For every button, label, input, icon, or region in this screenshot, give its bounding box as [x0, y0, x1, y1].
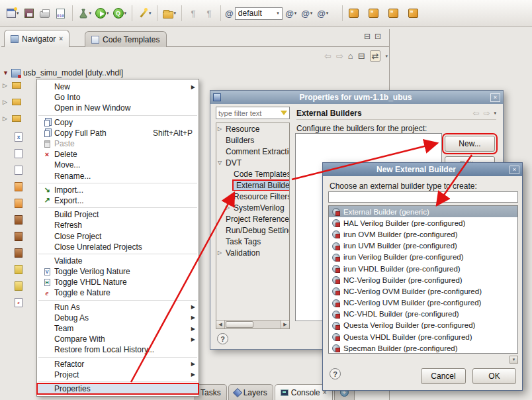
menu-item-project[interactable]: Project▶: [37, 370, 199, 380]
tree-item-external-builders[interactable]: External Builders: [216, 179, 289, 191]
menu-item-refresh[interactable]: Refresh: [37, 220, 199, 230]
expand-icon[interactable]: ▷: [3, 115, 9, 122]
quick-fix-button[interactable]: ▾: [136, 5, 153, 22]
filter-input[interactable]: [216, 109, 281, 117]
new-button[interactable]: New...: [445, 136, 495, 152]
tab-code-templates[interactable]: Code Templates: [85, 31, 167, 47]
expand-icon[interactable]: ▷: [3, 82, 9, 89]
coverage-button[interactable]: Q▾: [112, 5, 128, 22]
menu-item-copy-full-path[interactable]: Copy Full PathShift+Alt+P: [37, 128, 199, 138]
scroll-right-icon[interactable]: ▶: [281, 321, 289, 328]
collapse-all-icon[interactable]: ⊟: [358, 51, 365, 61]
expand-icon[interactable]: ▷: [3, 99, 9, 105]
menu-item-compare-with[interactable]: Compare With▶: [37, 334, 199, 344]
menu-item-restore-from-local-history[interactable]: Restore from Local History...: [37, 344, 199, 355]
tab-tasks[interactable]: Tasks: [195, 384, 227, 400]
tree-row[interactable]: [15, 265, 22, 274]
menu-item-debug-as[interactable]: Debug As▶: [37, 313, 199, 323]
tree-row[interactable]: [15, 215, 22, 225]
builder-option[interactable]: NC-VHDL Builder (pre-configured): [329, 309, 517, 320]
config-button-2[interactable]: @▾: [300, 5, 314, 22]
tree-item-validation[interactable]: ▷Validation: [216, 247, 289, 258]
menu-item-paste[interactable]: Paste: [37, 138, 199, 149]
menu-item-copy[interactable]: Copy: [37, 117, 199, 128]
tree-row[interactable]: [15, 281, 22, 291]
ok-button[interactable]: OK: [472, 368, 516, 384]
expand-icon[interactable]: ▷: [218, 126, 226, 132]
builder-option[interactable]: NC-Verilog OVM Builder (pre-configured): [329, 285, 517, 297]
forward-icon[interactable]: ⇨: [483, 109, 490, 118]
new-builder-dialog-titlebar[interactable]: New External Builder ×: [323, 163, 522, 176]
builder-option[interactable]: NC-Verilog UVM Builder (pre-configured): [329, 297, 517, 309]
tree-row[interactable]: [15, 182, 22, 191]
builder-option[interactable]: irun OVM Builder (pre-configured): [329, 228, 517, 240]
builder-option[interactable]: Questa VHDL Builder (pre-configured): [329, 331, 517, 342]
external-tools-button[interactable]: ▾: [77, 5, 93, 22]
jar-button-2[interactable]: [367, 5, 381, 22]
open-resource-button[interactable]: ▾: [161, 5, 178, 22]
scroll-down-icon[interactable]: ▼: [510, 356, 518, 364]
menu-item-go-into[interactable]: Go Into: [37, 92, 199, 103]
builder-option[interactable]: irun UVM Builder (pre-configured): [329, 240, 517, 252]
menu-item-validate[interactable]: Validate: [37, 256, 199, 266]
properties-dialog-titlebar[interactable]: Properties for uvm-1.1b_ubus ×: [210, 91, 503, 104]
default-config-combo[interactable]: default ▾: [235, 7, 283, 20]
close-button[interactable]: ×: [490, 93, 500, 102]
back-icon[interactable]: ⇦: [472, 109, 479, 118]
show-whitespace-button[interactable]: ¶: [186, 5, 200, 22]
scrollbar-thumb[interactable]: [226, 321, 253, 328]
home-icon[interactable]: ⌂: [348, 51, 353, 61]
chevron-down-icon[interactable]: ▾: [494, 111, 496, 116]
new-wizard-button[interactable]: ▾: [5, 5, 21, 22]
back-icon[interactable]: ⇦: [324, 51, 332, 61]
jar-button-4[interactable]: [406, 5, 421, 22]
tree-item-resource[interactable]: ▷Resource: [216, 123, 289, 134]
maximize-icon[interactable]: ⊡: [375, 32, 381, 41]
horizontal-scrollbar[interactable]: ◀ ▶: [216, 320, 289, 328]
forward-icon[interactable]: ⇨: [336, 51, 343, 61]
tree-item-task-tags[interactable]: Task Tags: [216, 236, 289, 247]
menu-item-new[interactable]: New▶: [37, 81, 199, 92]
tree-row[interactable]: X: [15, 132, 22, 142]
tree-row[interactable]: ▷: [3, 82, 21, 89]
close-button[interactable]: ×: [510, 166, 519, 174]
tab-layers[interactable]: Layers: [228, 384, 273, 400]
tree-row[interactable]: ▷: [3, 115, 21, 122]
tree-item-run-debug-settings[interactable]: Run/Debug Settings: [216, 225, 289, 236]
menu-item-open-in-new-window[interactable]: Open in New Window: [37, 103, 199, 113]
format-button[interactable]: ¶: [202, 5, 216, 22]
tree-row[interactable]: e: [15, 298, 22, 307]
tree-item-dvt[interactable]: ▽DVT: [216, 157, 289, 168]
config-button-3[interactable]: @▾: [316, 5, 330, 22]
menu-item-refactor[interactable]: Refactor▶: [37, 359, 199, 370]
menu-item-team[interactable]: Team▶: [37, 323, 199, 334]
menu-item-close-project[interactable]: Close Project: [37, 230, 199, 241]
expand-icon[interactable]: ▷: [226, 205, 234, 211]
menu-item-toggle-e-nature[interactable]: eToggle e Nature: [37, 287, 199, 298]
tree-item-systemverilog[interactable]: ▷SystemVerilog: [216, 202, 289, 213]
help-button[interactable]: ?: [217, 333, 228, 344]
cancel-button[interactable]: Cancel: [421, 368, 466, 384]
link-with-editor-icon[interactable]: ⇄: [370, 50, 381, 62]
view-menu-icon[interactable]: ▾: [385, 54, 388, 59]
tree-row[interactable]: ▷: [3, 99, 21, 105]
close-icon[interactable]: ×: [59, 35, 63, 42]
builder-option[interactable]: irun VHDL Builder (pre-configured): [329, 263, 517, 274]
run-button[interactable]: ▾: [94, 5, 111, 22]
minimize-icon[interactable]: ⊟: [364, 32, 371, 41]
project-expander-icon[interactable]: ▼: [3, 70, 9, 76]
menu-item-close-unrelated-projects[interactable]: Close Unrelated Projects: [37, 242, 199, 252]
binary-file-button[interactable]: 010: [54, 5, 68, 22]
scroll-left-icon[interactable]: ◀: [216, 321, 225, 328]
menu-item-move[interactable]: Move...: [37, 160, 199, 170]
menu-item-build-project[interactable]: Build Project: [37, 209, 199, 220]
builder-option[interactable]: External Builder (generic): [329, 206, 517, 217]
config-button-1[interactable]: @▾: [284, 5, 298, 22]
menu-item-delete[interactable]: ×Delete: [37, 149, 199, 160]
jar-button-3[interactable]: [386, 5, 401, 22]
builder-option[interactable]: NC-Verilog Builder (pre-configured): [329, 274, 517, 285]
expand-icon[interactable]: ▷: [218, 250, 226, 256]
menu-item-toggle-verilog-nature[interactable]: VToggle Verilog Nature: [37, 266, 199, 277]
menu-item-run-as[interactable]: Run As▶: [37, 302, 199, 313]
menu-item-rename[interactable]: Rename...: [37, 171, 199, 181]
